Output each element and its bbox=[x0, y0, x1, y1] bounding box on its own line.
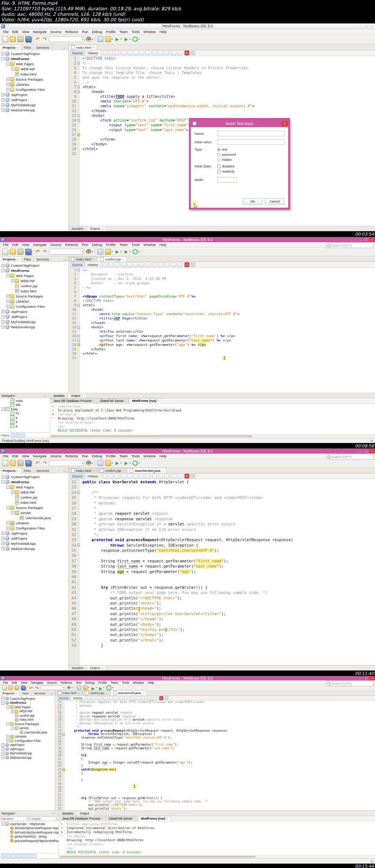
expand-icon[interactable]: + bbox=[1, 752, 5, 755]
code-line[interactable]: 12 <title>JSP Page</title> bbox=[68, 316, 375, 321]
tree-item-getservletinfo-string[interactable]: getServletInfo() : String bbox=[0, 835, 59, 839]
expand-icon[interactable]: + bbox=[6, 78, 10, 81]
new-file-icon[interactable] bbox=[2, 249, 8, 255]
tree-item-libraries[interactable]: +Libraries bbox=[0, 299, 68, 304]
output-tab-java-db-database-process[interactable]: Java DB Database Process× bbox=[51, 398, 97, 403]
expand-icon[interactable]: + bbox=[1, 747, 5, 751]
close-icon[interactable]: × bbox=[157, 399, 159, 403]
code-line[interactable]: 46 out.println("<head>"); bbox=[68, 606, 375, 611]
run-project-icon[interactable]: ▶ bbox=[91, 686, 95, 690]
expand-icon[interactable]: + bbox=[1, 532, 5, 535]
code-line[interactable]: 34− throws ServletException, IOException… bbox=[68, 543, 375, 548]
collapse-icon[interactable]: − bbox=[11, 727, 14, 730]
tree-item-webservletapp[interactable]: +WebServletApp bbox=[0, 107, 68, 112]
find-selection-icon[interactable] bbox=[122, 51, 126, 55]
find-selection-icon[interactable] bbox=[122, 262, 126, 267]
history-view-button[interactable]: History bbox=[86, 474, 100, 478]
code-line[interactable]: 13− <body> bbox=[68, 113, 375, 118]
code-line[interactable]: 33 protected void processRequest(HttpSer… bbox=[55, 729, 375, 733]
macro-stop-icon[interactable] bbox=[190, 51, 195, 55]
minimize-button[interactable]: – bbox=[357, 238, 363, 242]
tab-javadoc[interactable]: Javadoc bbox=[68, 226, 87, 231]
collapse-icon[interactable]: − bbox=[6, 705, 10, 709]
editor-tab-userservlet-java[interactable]: UserServlet.java× bbox=[111, 690, 147, 695]
last-edit-position-icon[interactable] bbox=[103, 474, 107, 479]
tree-item-webservletapp[interactable]: +WebServletApp bbox=[0, 324, 68, 329]
new-file-icon[interactable] bbox=[2, 686, 7, 690]
save-all-icon[interactable] bbox=[25, 36, 31, 42]
expand-icon[interactable]: + bbox=[1, 743, 5, 747]
macro-stop-icon[interactable] bbox=[164, 696, 168, 700]
source-view-button[interactable]: Source bbox=[70, 474, 85, 479]
menu-run[interactable]: Run bbox=[74, 681, 83, 684]
state-option-readonly[interactable]: readonly bbox=[217, 170, 235, 173]
code-line[interactable]: 9 <title>TODO supply a title</title> bbox=[68, 94, 375, 99]
code-line[interactable]: 28 * @param request servlet request bbox=[68, 511, 375, 516]
last-edit-position-icon[interactable] bbox=[103, 51, 107, 55]
menu-debug[interactable]: Debug bbox=[90, 454, 104, 458]
tree-item-web-pages[interactable]: −Web Pages bbox=[0, 705, 55, 709]
cancel-button[interactable]: Cancel bbox=[265, 198, 285, 205]
collapse-icon[interactable]: − bbox=[1, 480, 5, 484]
code-line[interactable]: 53 /* TODO output your page here. You ma… bbox=[55, 800, 375, 804]
tree-item-p[interactable]: p bbox=[0, 415, 50, 420]
deploy-icon[interactable] bbox=[97, 249, 103, 255]
code-editor[interactable]: 1−<%--2 Document : confirm3 Created on :… bbox=[68, 268, 375, 393]
menu-navigate[interactable]: Navigate bbox=[29, 681, 45, 684]
panel-tab-projects[interactable]: Projects× bbox=[0, 469, 21, 473]
code-line[interactable]: 32 */ bbox=[55, 725, 375, 729]
next-bookmark-icon[interactable] bbox=[158, 474, 163, 479]
filter-button-icon[interactable] bbox=[11, 854, 16, 858]
code-line[interactable]: 26 * methods. bbox=[55, 704, 375, 708]
previous-bookmark-icon[interactable] bbox=[152, 262, 157, 267]
menu-navigate[interactable]: Navigate bbox=[31, 30, 49, 34]
code-line[interactable]: 45 { bbox=[55, 772, 375, 775]
find-occurrences-icon[interactable] bbox=[127, 474, 132, 479]
radio-icon[interactable] bbox=[217, 148, 220, 151]
save-all-icon[interactable] bbox=[21, 686, 25, 690]
forward-icon[interactable] bbox=[114, 474, 119, 479]
close-icon[interactable]: × bbox=[101, 666, 103, 670]
code-fold-icon[interactable]: − bbox=[77, 326, 80, 329]
navigator-combo-members[interactable]: Members▾ bbox=[1, 816, 29, 821]
code-line[interactable]: 46 bbox=[55, 775, 375, 779]
tree-item-jstlproject[interactable]: +JstlProject bbox=[0, 536, 68, 541]
previous-bookmark-icon[interactable] bbox=[152, 51, 157, 55]
tree-item-jstlproject[interactable]: +JstlProject bbox=[0, 747, 55, 751]
macro-record-icon[interactable] bbox=[185, 262, 189, 267]
collapse-icon[interactable]: − bbox=[6, 62, 10, 66]
tree-item-source-packages[interactable]: −Source Packages bbox=[0, 505, 68, 510]
panel-tab-files[interactable]: Files bbox=[21, 257, 34, 262]
code-line[interactable]: 5and open the template in the editor. bbox=[68, 75, 375, 80]
editor-tab-userservlet-java[interactable]: UserServlet.java× bbox=[127, 468, 166, 473]
menu-profile[interactable]: Profile bbox=[104, 30, 118, 34]
forward-icon[interactable] bbox=[97, 696, 101, 700]
expand-icon[interactable]: + bbox=[1, 264, 5, 267]
expand-icon[interactable]: + bbox=[6, 735, 10, 738]
code-line[interactable]: 8<!DOCTYPE html> bbox=[68, 299, 375, 303]
code-line[interactable]: 27 * bbox=[68, 506, 375, 511]
menu-file[interactable]: File bbox=[1, 30, 10, 34]
code-line[interactable]: 48 out.println("</head>"); bbox=[68, 616, 375, 621]
expand-icon[interactable]: + bbox=[1, 98, 5, 101]
tree-item-servlet[interactable]: −servlet bbox=[0, 510, 68, 515]
macro-stop-icon[interactable] bbox=[190, 262, 195, 267]
minimize-panel-button[interactable]: — bbox=[61, 46, 68, 50]
close-icon[interactable]: × bbox=[134, 816, 135, 821]
undo-icon[interactable]: ↶ bbox=[35, 249, 40, 254]
expand-icon[interactable]: + bbox=[1, 103, 5, 107]
tree-item-configuration-files[interactable]: +Configuration Files bbox=[0, 525, 68, 531]
close-icon[interactable]: × bbox=[81, 394, 83, 398]
macro-record-icon[interactable] bbox=[185, 51, 189, 55]
expand-icon[interactable]: + bbox=[11, 279, 14, 282]
menu-profile[interactable]: Profile bbox=[96, 681, 109, 684]
code-line[interactable]: 54 out.println("<!DOCTYPE html>"); bbox=[55, 804, 375, 807]
collapse-icon[interactable]: − bbox=[1, 57, 5, 60]
filter-button-icon[interactable] bbox=[11, 433, 15, 437]
new-file-icon[interactable] bbox=[2, 460, 8, 466]
menu-edit[interactable]: Edit bbox=[10, 243, 20, 247]
maximize-button[interactable]: □ bbox=[363, 238, 369, 242]
menu-refactor[interactable]: Refactor bbox=[59, 681, 74, 684]
code-line[interactable]: 15 <h1>You entered:</h1> bbox=[68, 329, 375, 334]
expand-icon[interactable]: + bbox=[11, 491, 14, 494]
